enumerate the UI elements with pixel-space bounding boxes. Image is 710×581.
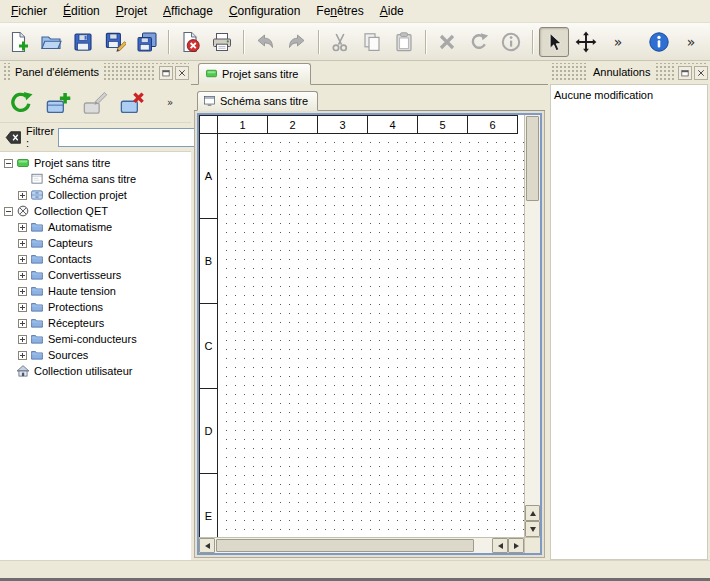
qet-icon bbox=[16, 204, 30, 218]
filter-input[interactable] bbox=[58, 128, 208, 147]
tree-item[interactable]: Sources bbox=[0, 347, 191, 363]
undo-panel-titlebar[interactable]: Annulations bbox=[550, 63, 708, 82]
undo-button[interactable] bbox=[250, 27, 280, 57]
tree-item[interactable]: Schéma sans titre bbox=[0, 171, 191, 187]
expander-plus-icon[interactable] bbox=[18, 255, 27, 264]
tree-item[interactable]: Protections bbox=[0, 299, 191, 315]
dock-float-button[interactable] bbox=[678, 66, 692, 80]
overflow-chevron-button[interactable]: » bbox=[676, 27, 706, 57]
tree-item[interactable]: Semi-conducteurs bbox=[0, 331, 191, 347]
tab-project[interactable]: Projet sans titre bbox=[198, 63, 311, 85]
tree-item[interactable]: Récepteurs bbox=[0, 315, 191, 331]
tab-schema[interactable]: Schéma sans titre bbox=[197, 91, 318, 111]
cut-button[interactable] bbox=[325, 27, 355, 57]
menu-item-3[interactable]: Affichage bbox=[155, 1, 221, 21]
row-header: D bbox=[199, 389, 218, 474]
horizontal-scroll-track[interactable] bbox=[475, 538, 492, 553]
vertical-scroll-thumb[interactable] bbox=[526, 116, 539, 201]
row-header: E bbox=[199, 474, 218, 537]
close-document-button[interactable] bbox=[175, 27, 205, 57]
dock-close-button[interactable] bbox=[694, 66, 708, 80]
overflow-chevron-button[interactable]: » bbox=[153, 87, 187, 119]
menu-item-6[interactable]: Aide bbox=[372, 1, 412, 21]
diagram-grid-canvas[interactable] bbox=[218, 134, 524, 537]
diagram-sheet[interactable]: 123456 ABCDE bbox=[199, 115, 524, 537]
project-tabbar: Projet sans titre bbox=[191, 61, 548, 85]
new-document-button[interactable] bbox=[4, 27, 34, 57]
copy-button[interactable] bbox=[357, 27, 387, 57]
horizontal-scroll-thumb[interactable] bbox=[216, 539, 474, 552]
menu-item-1[interactable]: Édition bbox=[55, 1, 108, 21]
delete-button[interactable] bbox=[432, 27, 462, 57]
tree-item[interactable]: Collection projet bbox=[0, 187, 191, 203]
diagram-view: 123456 ABCDE bbox=[197, 113, 542, 555]
info-button[interactable] bbox=[496, 27, 526, 57]
expander-plus-icon[interactable] bbox=[18, 287, 27, 296]
expander-plus-icon[interactable] bbox=[18, 223, 27, 232]
undo-list-item[interactable]: Aucune modification bbox=[554, 87, 704, 103]
reload-button[interactable] bbox=[4, 87, 38, 119]
tree-item[interactable]: Convertisseurs bbox=[0, 267, 191, 283]
tree-item[interactable]: Collection utilisateur bbox=[0, 363, 191, 379]
element-delete-button[interactable] bbox=[115, 87, 149, 119]
clear-filter-button[interactable] bbox=[5, 127, 22, 147]
overflow-chevron-button[interactable]: » bbox=[603, 27, 633, 57]
menu-item-2[interactable]: Projet bbox=[108, 1, 155, 21]
scroll-down-button[interactable] bbox=[525, 521, 540, 537]
folder-icon bbox=[30, 332, 44, 346]
help-info-button[interactable] bbox=[644, 27, 674, 57]
svg-text:»: » bbox=[614, 33, 623, 49]
tree-item[interactable]: Haute tension bbox=[0, 283, 191, 299]
tree-item-label: Protections bbox=[47, 301, 103, 313]
vertical-scrollbar[interactable] bbox=[524, 115, 540, 537]
tree-item-label: Sources bbox=[47, 349, 88, 361]
horizontal-scrollbar[interactable] bbox=[199, 537, 524, 553]
expander-minus-icon[interactable] bbox=[4, 159, 13, 168]
expander-plus-icon[interactable] bbox=[18, 351, 27, 360]
tree-item[interactable]: Automatisme bbox=[0, 219, 191, 235]
open-folder-button[interactable] bbox=[36, 27, 66, 57]
dock-close-button[interactable] bbox=[175, 66, 189, 80]
expander-plus-icon[interactable] bbox=[18, 303, 27, 312]
vertical-scroll-track[interactable] bbox=[525, 202, 540, 505]
tree-item[interactable]: Collection QET bbox=[0, 203, 191, 219]
row-headers: ABCDE bbox=[199, 134, 218, 537]
save-all-button[interactable] bbox=[132, 27, 162, 57]
elements-panel-titlebar[interactable]: Panel d'éléments bbox=[2, 63, 189, 82]
element-edit-button[interactable] bbox=[78, 87, 112, 119]
scroll-up-button[interactable] bbox=[525, 505, 540, 521]
save-button[interactable] bbox=[68, 27, 98, 57]
tree-item[interactable]: Capteurs bbox=[0, 235, 191, 251]
elements-panel-dock-buttons bbox=[156, 66, 189, 80]
expander-plus-icon[interactable] bbox=[18, 239, 27, 248]
print-button[interactable] bbox=[207, 27, 237, 57]
move-tool-button[interactable] bbox=[571, 27, 601, 57]
menu-item-5[interactable]: Fenêtres bbox=[308, 1, 371, 21]
expander-plus-icon[interactable] bbox=[18, 271, 27, 280]
tree-item-label: Automatisme bbox=[47, 221, 112, 233]
project-window: Schéma sans titre 123456 ABCDE bbox=[191, 85, 548, 560]
folder-icon bbox=[30, 300, 44, 314]
expander-plus-icon[interactable] bbox=[18, 335, 27, 344]
menu-item-0[interactable]: Fichier bbox=[3, 1, 55, 21]
save-as-button[interactable] bbox=[100, 27, 130, 57]
cursor-arrow-button[interactable] bbox=[539, 27, 569, 57]
project-area: Projet sans titre Schéma sans titre 1234… bbox=[191, 61, 548, 560]
scroll-left-button-2[interactable] bbox=[492, 538, 508, 553]
tree-item[interactable]: Contacts bbox=[0, 251, 191, 267]
paste-button[interactable] bbox=[389, 27, 419, 57]
tree-item[interactable]: Projet sans titre bbox=[0, 155, 191, 171]
redo-button[interactable] bbox=[282, 27, 312, 57]
rotate-button[interactable] bbox=[464, 27, 494, 57]
element-new-button[interactable] bbox=[41, 87, 75, 119]
expander-plus-icon[interactable] bbox=[18, 319, 27, 328]
expander-plus-icon[interactable] bbox=[18, 191, 27, 200]
dock-float-button[interactable] bbox=[159, 66, 173, 80]
project-icon bbox=[16, 156, 30, 170]
scroll-left-button[interactable] bbox=[199, 538, 215, 553]
menu-item-4[interactable]: Configuration bbox=[221, 1, 308, 21]
expander-minus-icon[interactable] bbox=[4, 207, 13, 216]
arrow-right-icon bbox=[514, 543, 519, 549]
tree-item-label: Semi-conducteurs bbox=[47, 333, 137, 345]
scroll-right-button[interactable] bbox=[508, 538, 524, 553]
